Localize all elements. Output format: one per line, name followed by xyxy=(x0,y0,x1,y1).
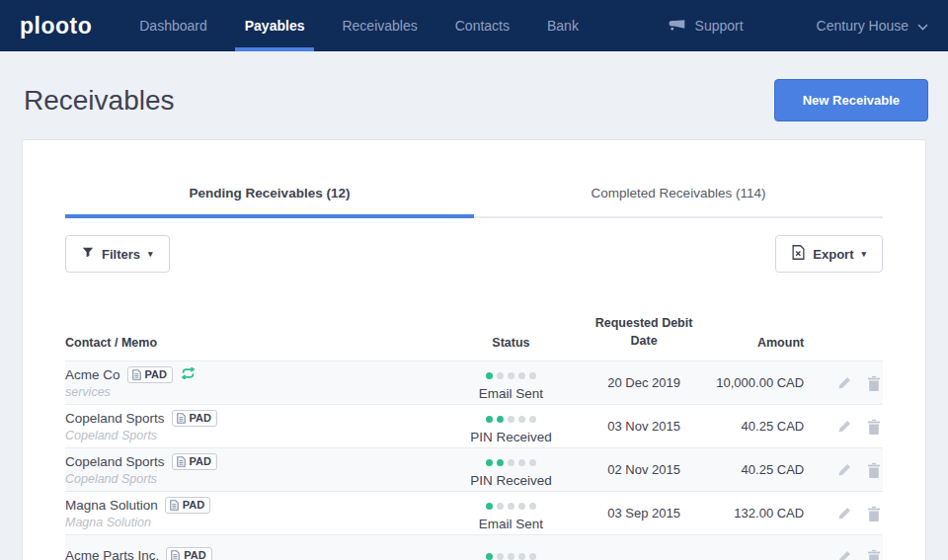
recurring-icon xyxy=(180,367,197,382)
contact-name: Magna Solution xyxy=(65,498,158,513)
nav-item-payables[interactable]: Payables xyxy=(241,0,309,51)
edit-button[interactable] xyxy=(837,375,852,390)
export-button[interactable]: Export ▾ xyxy=(775,235,883,273)
funnel-icon xyxy=(82,247,94,262)
account-switcher[interactable]: Century House xyxy=(817,18,928,34)
nav-item-receivables[interactable]: Receivables xyxy=(338,0,421,51)
status-dots xyxy=(486,553,536,560)
document-icon xyxy=(177,456,186,467)
nav-item-bank[interactable]: Bank xyxy=(543,0,583,51)
amount-cell: 10,000.00 CAD xyxy=(700,375,804,390)
contact-memo-cell: Copeland Sports PAD Copeland Sports xyxy=(65,453,434,486)
status-label: PIN Received xyxy=(434,473,588,488)
contact-name: Acme Parts Inc. xyxy=(65,548,159,560)
memo-text: Copeland Sports xyxy=(65,472,434,486)
actions-cell xyxy=(804,375,883,391)
actions-cell xyxy=(804,549,883,560)
status-dots xyxy=(486,372,536,379)
caret-down-icon: ▾ xyxy=(148,249,153,259)
nav-item-contacts[interactable]: Contacts xyxy=(451,0,514,51)
megaphone-icon xyxy=(668,17,686,35)
status-cell: PIN Received xyxy=(434,409,588,444)
export-file-icon xyxy=(792,245,805,263)
nav-right: Support Century House xyxy=(668,17,928,35)
toolbar: Filters ▾ Export ▾ xyxy=(65,235,883,273)
column-status: Status xyxy=(434,336,588,350)
pad-badge: PAD xyxy=(172,410,217,427)
contact-name: Copeland Sports xyxy=(65,454,165,469)
export-label: Export xyxy=(813,247,853,262)
filters-button[interactable]: Filters ▾ xyxy=(65,235,170,273)
tab-bar: Pending Receivables (12) Completed Recei… xyxy=(65,140,883,218)
status-dots xyxy=(486,503,536,510)
contact-memo-cell: Copeland Sports PAD Copeland Sports xyxy=(65,410,434,442)
table-row[interactable]: Copeland Sports PAD Copeland Sports xyxy=(65,447,883,491)
delete-button[interactable] xyxy=(867,549,881,560)
pencil-icon xyxy=(837,462,852,477)
actions-cell xyxy=(804,419,883,435)
delete-button[interactable] xyxy=(867,375,881,391)
nav-item-dashboard[interactable]: Dashboard xyxy=(135,0,211,51)
table-body: Acme Co PAD services Email Sent xyxy=(65,360,883,560)
pad-badge: PAD xyxy=(127,366,173,383)
status-cell: Email Sent xyxy=(434,365,588,401)
tab-pending-receivables[interactable]: Pending Receivables (12) xyxy=(65,186,474,218)
actions-cell xyxy=(804,462,883,478)
pad-badge: PAD xyxy=(172,453,217,470)
delete-button[interactable] xyxy=(867,506,881,521)
contact-name: Acme Co xyxy=(65,367,120,382)
chevron-down-icon xyxy=(917,18,928,34)
contact-name: Copeland Sports xyxy=(65,411,165,426)
requested-debit-date-cell: 20 Dec 2019 xyxy=(588,375,701,390)
caret-down-icon: ▾ xyxy=(861,249,866,259)
trash-icon xyxy=(867,462,881,478)
edit-button[interactable] xyxy=(837,549,852,560)
column-contact-memo: Contact / Memo xyxy=(65,336,434,350)
main-nav: Dashboard Payables Receivables Contacts … xyxy=(135,0,583,51)
filters-label: Filters xyxy=(102,247,140,262)
pencil-icon xyxy=(837,419,852,434)
trash-icon xyxy=(867,419,881,435)
status-cell: PIN Received xyxy=(434,452,588,488)
pencil-icon xyxy=(837,506,852,520)
trash-icon xyxy=(867,549,881,560)
account-name: Century House xyxy=(817,18,908,34)
edit-button[interactable] xyxy=(837,506,852,520)
table-row[interactable]: Acme Parts Inc. PAD xyxy=(65,534,883,560)
new-receivable-button[interactable]: New Receivable xyxy=(774,79,928,121)
trash-icon xyxy=(867,506,881,521)
pad-badge: PAD xyxy=(166,547,211,560)
contact-memo-cell: Acme Parts Inc. PAD xyxy=(65,547,434,560)
status-label: PIN Received xyxy=(434,430,588,444)
requested-debit-date-cell: 03 Sep 2015 xyxy=(588,506,701,520)
memo-text: services xyxy=(65,385,434,399)
table-row[interactable]: Acme Co PAD services Email Sent xyxy=(65,360,883,404)
table-row[interactable]: Copeland Sports PAD Copeland Sports xyxy=(65,404,883,447)
table-header: Contact / Memo Status Requested Debit Da… xyxy=(65,314,883,360)
pencil-icon xyxy=(837,375,852,390)
status-dots xyxy=(486,416,536,423)
status-cell xyxy=(434,546,588,560)
pad-badge: PAD xyxy=(165,497,210,514)
contact-memo-cell: Acme Co PAD services xyxy=(65,366,434,399)
page-header: Receivables New Receivable xyxy=(0,51,948,139)
memo-text: Magna Solution xyxy=(65,516,434,529)
delete-button[interactable] xyxy=(867,419,881,435)
table-row[interactable]: Magna Solution PAD Magna Solution xyxy=(65,491,883,534)
contact-memo-cell: Magna Solution PAD Magna Solution xyxy=(65,497,434,529)
tab-completed-receivables[interactable]: Completed Receivables (114) xyxy=(474,186,883,218)
status-label: Email Sent xyxy=(434,386,588,401)
memo-text: Copeland Sports xyxy=(65,429,434,442)
requested-debit-date-cell: 02 Nov 2015 xyxy=(588,462,701,477)
column-requested-debit-date: Requested Debit Date xyxy=(588,314,701,350)
status-label: Email Sent xyxy=(434,517,588,531)
amount-cell: 40.25 CAD xyxy=(700,419,804,434)
document-icon xyxy=(132,369,141,380)
plooto-logo[interactable]: plooto xyxy=(20,13,92,40)
status-dots xyxy=(486,459,536,466)
edit-button[interactable] xyxy=(837,419,852,434)
support-link[interactable]: Support xyxy=(668,17,744,35)
document-icon xyxy=(170,500,179,511)
edit-button[interactable] xyxy=(837,462,852,477)
delete-button[interactable] xyxy=(867,462,881,478)
